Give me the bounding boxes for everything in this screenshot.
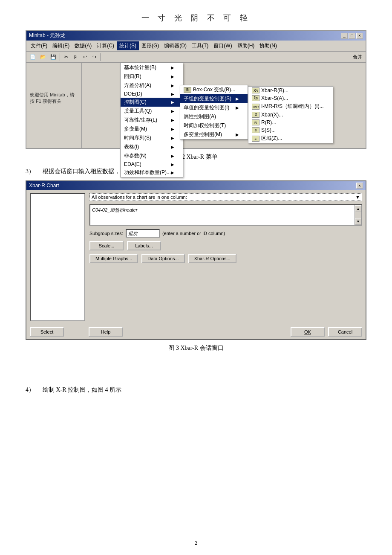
toolbar-undo[interactable]: ↩ — [81, 53, 89, 61]
subsubmenu-zone[interactable]: Z 区域(Z)... — [248, 134, 333, 143]
submenu-single-var[interactable]: 单值的变量控制图(I)▶ — [180, 103, 248, 112]
btn-row-2: Multiple Graphs... Data Options... Xbar-… — [89, 254, 362, 263]
menu-regression[interactable]: 回归(R)▶ — [121, 72, 183, 81]
menu-timeseries[interactable]: 时间序列(S)▶ — [121, 134, 183, 142]
xbar-s-icon: X̄S — [252, 95, 259, 101]
submenu-subgroup-var[interactable]: 子组的变量控制图(S)▶ — [180, 94, 248, 103]
cancel-button[interactable]: Cancel — [328, 327, 362, 337]
s-icon: S — [252, 127, 259, 133]
column-input-area[interactable]: C04-02_加热器heater ▲ ▼ — [89, 204, 362, 226]
select-button[interactable]: Select — [30, 327, 64, 337]
xbar-r-options-button[interactable]: Xbar-R Options... — [188, 254, 236, 263]
minimize-btn[interactable]: _ — [341, 33, 348, 39]
xbar-r-icon: X̄R — [252, 87, 259, 93]
close-btn[interactable]: × — [356, 33, 363, 39]
menu-quality-tools[interactable]: 质量工具(Q)▶ — [121, 107, 183, 116]
scale-button[interactable]: Scale... — [89, 241, 124, 250]
step3-num: 3） — [26, 168, 38, 175]
subgroup-label: Subgroup sizes: — [89, 231, 123, 236]
menu-assist[interactable]: 协助(N) — [257, 41, 280, 50]
menu-tables[interactable]: 表格(I)▶ — [121, 142, 183, 151]
dropdown-overlay: 基本统计量(B)▶ 回归(R)▶ 方差分析(A)▶ DOE(D)▶ 控制图(C)… — [120, 63, 183, 177]
subsubmenu-s[interactable]: S S(S)... — [248, 126, 333, 134]
column-scroll: ▲ ▼ — [355, 205, 361, 225]
dialog-right-panel: All observations for a chart are in one … — [89, 193, 362, 321]
menu-stat[interactable]: 统计(S) — [117, 41, 139, 50]
subsubmenu-r[interactable]: R R(R)... — [248, 119, 333, 126]
toolbar-cut[interactable]: ✂ — [62, 53, 70, 61]
menu-graph[interactable]: 图形(G) — [139, 41, 161, 50]
r-icon: R — [252, 119, 259, 125]
xbar-r-dialog: Xbar-R Chart × All observations for a ch… — [26, 180, 366, 340]
all-obs-dropdown[interactable]: All observations for a chart are in one … — [89, 193, 362, 201]
toolbar-redo[interactable]: ↪ — [90, 53, 98, 61]
subgroup-hint: (enter a number or ID column) — [162, 231, 225, 236]
multiple-graphs-button[interactable]: Multiple Graphs... — [89, 254, 138, 263]
toolbar-new[interactable]: 📄 — [28, 53, 37, 61]
menu-multivariate[interactable]: 多变量(M)▶ — [121, 125, 183, 134]
help-button[interactable]: Help — [89, 327, 123, 337]
subsubmenu-imr[interactable]: IMR I-MR-R/S（细调/组内）(I)... — [248, 102, 333, 111]
fig2-caption: 图 2 Xbar-R 菜单 — [26, 153, 366, 161]
fig3-caption: 图 3 Xbar-R 会话窗口 — [26, 344, 366, 352]
subgroup-input[interactable]: 批次 — [126, 229, 160, 238]
data-options-button[interactable]: Data Options... — [141, 254, 184, 263]
menu-edit[interactable]: 编辑(E) — [50, 41, 72, 50]
menu-tools[interactable]: 工具(T) — [189, 41, 211, 50]
subgroup-var-submenu: X̄R Xbar-R(B)... X̄S Xbar-S(A)... IMR — [248, 86, 333, 143]
toolbar-sep2 — [100, 53, 101, 61]
labels-button[interactable]: Labels... — [127, 241, 161, 250]
submenu-time-weighted[interactable]: 时间加权控制图(T) — [180, 121, 248, 130]
menu-control-chart[interactable]: 控制图(C)▶ — [121, 98, 183, 107]
maximize-btn[interactable]: □ — [349, 33, 355, 39]
submenu-box-cox[interactable]: B Box-Cox 变换(B)... — [180, 85, 248, 94]
toolbar-save[interactable]: 💾 — [49, 53, 58, 61]
dialog-left-listbox[interactable] — [30, 193, 85, 321]
menu-help[interactable]: 帮助(H) — [235, 41, 257, 50]
menu-anova[interactable]: 方差分析(A)▶ — [121, 81, 183, 90]
dropdown-arrow: ▼ — [355, 195, 360, 200]
menu-eda[interactable]: EDA(E)▶ — [121, 160, 183, 168]
minitab-menubar: 文件(F) 编辑(E) 数据(A) 计算(C) 统计(S) 图形(G) 编辑器(… — [26, 41, 366, 52]
menu-nonparam[interactable]: 非参数(N)▶ — [121, 151, 183, 160]
subsubmenu-xbar-r[interactable]: X̄R Xbar-R(B)... — [248, 87, 333, 94]
ok-button[interactable]: OK — [291, 327, 325, 337]
menu-editor[interactable]: 编辑器(D) — [161, 41, 189, 50]
subsubmenu-xbar[interactable]: X̄ Xbar(X)... — [248, 111, 333, 119]
menu-calc[interactable]: 计算(C) — [94, 41, 117, 50]
menu-power[interactable]: 功效和样本数量(P)...▶ — [121, 168, 183, 177]
page: 一 寸 光 阴 不 可 轻 Minitab - 元孙龙 _ □ × 文件(F) … — [0, 0, 392, 555]
dialog-titlebar: Xbar-R Chart × — [26, 181, 366, 190]
menu-data[interactable]: 数据(A) — [72, 41, 94, 50]
dialog-bottom: Select Help OK Cancel — [26, 325, 366, 339]
menu-window[interactable]: 窗口(W) — [211, 41, 234, 50]
minitab-body: 欢迎使用 Minitab，请按 F1 获得有关 基本统计量(B)▶ 回归(R)▶… — [26, 63, 366, 148]
imr-icon: IMR — [252, 104, 259, 110]
stat-menu: 基本统计量(B)▶ 回归(R)▶ 方差分析(A)▶ DOE(D)▶ 控制图(C)… — [120, 63, 183, 177]
subgroup-value: 批次 — [128, 230, 138, 237]
dialog-close-btn[interactable]: × — [356, 183, 363, 189]
step3-row: 3） 根据会话窗口输入相应数据，如图 3 所示 — [26, 168, 366, 175]
toolbar-status: 合并 — [351, 54, 364, 60]
step4-text: 绘制 X-R 控制图，如图 4 所示 — [43, 386, 366, 394]
subsubmenu-xbar-s[interactable]: X̄S Xbar-S(A)... — [248, 94, 333, 102]
menu-reliability[interactable]: 可靠性/生存(L)▶ — [121, 116, 183, 125]
scroll-up[interactable]: ▲ — [355, 205, 361, 212]
menu-file[interactable]: 文件(F) — [28, 41, 50, 50]
minitab-window: Minitab - 元孙龙 _ □ × 文件(F) 编辑(E) 数据(A) 计算… — [26, 30, 366, 149]
subgroup-row: Subgroup sizes: 批次 (enter a number or ID… — [89, 229, 362, 238]
welcome-text: 欢迎使用 Minitab，请按 F1 获得有关 — [30, 92, 78, 105]
combo-row: All observations for a chart are in one … — [89, 193, 362, 201]
toolbar-open[interactable]: 📂 — [38, 53, 48, 61]
menu-basic-stats[interactable]: 基本统计量(B)▶ — [121, 63, 183, 72]
btn-row-1: Scale... Labels... — [89, 241, 362, 250]
minitab-title: Minitab - 元孙龙 — [29, 32, 65, 39]
dialog-bottom-right: Help OK Cancel — [89, 327, 362, 337]
menu-doe[interactable]: DOE(D)▶ — [121, 90, 183, 98]
dialog-title: Xbar-R Chart — [29, 183, 59, 189]
submenu-attribute[interactable]: 属性控制图(A) — [180, 112, 248, 121]
scroll-down[interactable]: ▼ — [355, 218, 361, 225]
submenu-multivariate[interactable]: 多变量控制图(M)▶ — [180, 130, 248, 139]
zone-icon: Z — [252, 136, 259, 142]
toolbar-copy[interactable]: ⎘ — [71, 54, 80, 61]
